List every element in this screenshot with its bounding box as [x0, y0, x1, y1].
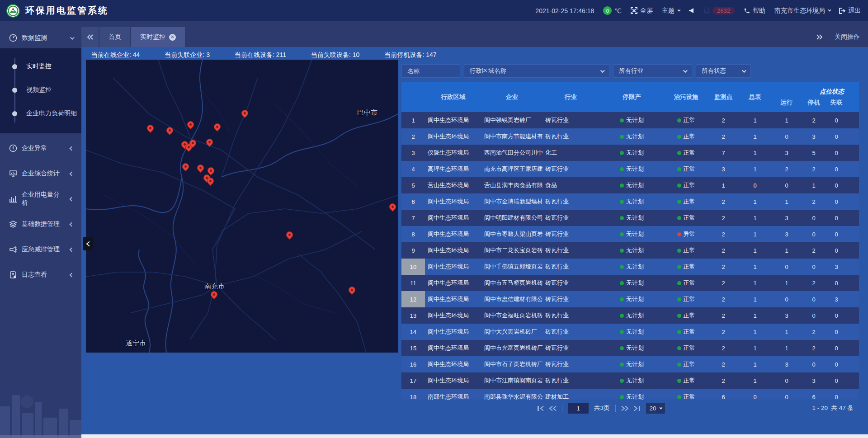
tab-2[interactable]: 实时监控 ✕ [131, 27, 185, 47]
sidebar-group-2[interactable]: 企业异常 [0, 138, 81, 159]
cell-industry: 砖瓦行业 [542, 275, 599, 291]
tabs-scroll-left-button[interactable] [81, 27, 99, 47]
table-row[interactable]: 16 阆中生态环境局 阆中市石子页岩机砖厂 砖瓦行业 无计划 正常 2 1 3 … [401, 356, 859, 372]
cell-halt: 无计划 [599, 112, 665, 128]
org-dropdown[interactable]: 南充市生态环境局 [774, 7, 830, 15]
sidebar-group-5[interactable]: 基础数据管理 [0, 214, 81, 235]
table-row[interactable]: 17 阆中生态环境局 阆中市江南镇阆南页岩 砖瓦行业 无计划 正常 2 1 0 … [401, 372, 859, 389]
col-header-stop: 停机 [802, 99, 825, 107]
sidebar: 数据监测 实时监控视频监控企业电力负荷明细 企业异常 企业综合统计 企业用电量分… [0, 21, 81, 438]
cell-company: 阆中市金博瑞新型墙材 [481, 193, 542, 210]
cell-region: 阆中生态环境局 [425, 259, 481, 275]
tab-close-icon[interactable]: ✕ [169, 34, 176, 41]
table-row[interactable]: 18 南部生态环境局 南部县珠华水泥有限公 建材加工 无计划 正常 6 0 0 … [401, 389, 859, 400]
table-row[interactable]: 10 阆中生态环境局 阆中千佛镇五郎垭页岩 砖瓦行业 无计划 正常 2 1 0 … [401, 259, 859, 275]
cell-stop: 2 [802, 275, 825, 291]
table-body: 1 阆中生态环境局 阆中强锐页岩砖厂 砖瓦行业 无计划 正常 2 1 1 2 0… [401, 112, 859, 400]
cell-industry: 砖瓦行业 [542, 324, 599, 340]
sidebar-group-3[interactable]: 企业综合统计 [0, 163, 81, 184]
sidebar-item-2[interactable]: 视频监控 [0, 78, 81, 102]
chevron-icon [70, 222, 74, 226]
table-row[interactable]: 2 阆中生态环境局 阆中市南方节能建材有 砖瓦行业 无计划 正常 2 1 0 3… [401, 128, 859, 145]
col-header-lost: 失联 [825, 99, 848, 107]
table-row[interactable]: 11 阆中生态环境局 阆中市五马桥页岩机砖 砖瓦行业 无计划 正常 2 1 1 … [401, 275, 859, 291]
table-row[interactable]: 9 阆中生态环境局 阆中市二龙长宝页岩砖 砖瓦行业 无计划 正常 2 1 1 2… [401, 242, 859, 259]
page-number-input[interactable]: 1 [568, 403, 589, 414]
cell-region: 营山生态环境局 [425, 177, 481, 193]
prev-page-button[interactable] [549, 406, 557, 411]
table-row[interactable]: 14 阆中生态环境局 阆中大兴页岩机砖厂 砖瓦行业 无计划 正常 2 1 1 2… [401, 324, 859, 340]
cell-lost: 0 [825, 210, 848, 226]
board-chart-icon [9, 170, 17, 178]
double-chevron-right-icon[interactable] [816, 34, 823, 40]
table-row[interactable]: 12 阆中生态环境局 阆中市忠信建材有限公 砖瓦行业 无计划 正常 2 1 0 … [401, 291, 859, 307]
horizontal-scrollbar[interactable] [81, 434, 868, 438]
cell-lost: 0 [825, 275, 848, 291]
cell-lost: 0 [825, 372, 848, 389]
cell-stop: 0 [802, 226, 825, 242]
help-button[interactable]: 帮助 [744, 7, 765, 15]
table-row[interactable]: 7 阆中生态环境局 阆中明阳建材有限公司 砖瓦行业 无计划 正常 2 1 3 0… [401, 210, 859, 226]
map-panel[interactable]: 巴中市南充市遂宁市 [86, 60, 398, 353]
cell-region: 高坪生态环境局 [425, 161, 481, 177]
cell-total: 1 [739, 291, 771, 307]
tab-1[interactable]: 首页 [99, 27, 130, 47]
total-pages-label: 共3页 [594, 404, 610, 412]
next-page-button[interactable] [621, 406, 628, 411]
theme-dropdown[interactable]: 主题 [662, 7, 679, 15]
name-filter-input[interactable] [407, 68, 454, 75]
notifications[interactable]: 2632 [703, 7, 735, 14]
sidebar-collapse-button[interactable] [83, 237, 93, 250]
row-number: 10 [401, 259, 425, 275]
cell-lost: 0 [825, 340, 848, 356]
table-row[interactable]: 1 阆中生态环境局 阆中强锐页岩砖厂 砖瓦行业 无计划 正常 2 1 1 2 0 [401, 112, 859, 128]
last-page-button[interactable] [634, 406, 641, 411]
sidebar-group-7[interactable]: 日志查看 [0, 264, 81, 285]
table-row[interactable]: 8 阆中生态环境局 阆中市枣碧大梁山页岩 砖瓦行业 无计划 异常 2 1 3 0… [401, 226, 859, 242]
halt-status-dot [620, 395, 624, 399]
halt-status-dot [620, 216, 624, 220]
cell-industry: 砖瓦行业 [542, 226, 599, 242]
table-row[interactable]: 6 阆中生态环境局 阆中市金博瑞新型墙材 砖瓦行业 无计划 正常 2 1 1 2… [401, 193, 859, 210]
cell-region: 阆中生态环境局 [425, 210, 481, 226]
halt-status-dot [620, 346, 624, 350]
sidebar-item-1[interactable]: 实时监控 [0, 55, 81, 78]
logout-button[interactable]: 退出 [839, 7, 861, 15]
cell-stop: 2 [802, 242, 825, 259]
table-row[interactable]: 3 仪陇生态环境局 西南油气田分公司川中 化工 无计划 正常 7 1 3 5 0 [401, 145, 859, 161]
sidebar-item-3[interactable]: 企业电力负荷明细 [0, 102, 81, 125]
chevron-down-icon [683, 68, 688, 73]
sidebar-submenu: 实时监控视频监控企业电力负荷明细 [0, 48, 81, 133]
sidebar-group-label: 日志查看 [22, 271, 47, 279]
table-row[interactable]: 4 高坪生态环境局 南充市高坪区王家店建 砖瓦行业 无计划 正常 3 1 2 2… [401, 161, 859, 177]
row-number: 2 [401, 128, 425, 145]
sidebar-group-4[interactable]: 企业用电量分析 [0, 188, 81, 209]
cell-total: 1 [739, 210, 771, 226]
status-filter-select[interactable]: 所有状态 [696, 64, 751, 78]
facility-status-dot [677, 118, 681, 122]
cell-facility: 正常 [665, 340, 708, 356]
table-row[interactable]: 5 营山生态环境局 营山县润丰肉食品有限 食品 无计划 正常 1 0 0 1 0 [401, 177, 859, 193]
app-header: 环保用电监管系统 2021-02-25 17:46:18 0 ℃ 全屏 主题 2 [0, 0, 868, 21]
table-row[interactable]: 13 阆中生态环境局 阆中市金福旺页岩机砖 砖瓦行业 无计划 正常 2 1 3 … [401, 307, 859, 324]
cell-run: 1 [771, 340, 802, 356]
industry-filter-select[interactable]: 所有行业 [613, 64, 692, 78]
region-filter-select[interactable]: 行政区域名称 [464, 64, 609, 78]
table-row[interactable]: 15 阆中生态环境局 阆中市光富页岩机砖厂 砖瓦行业 无计划 正常 2 1 1 … [401, 340, 859, 356]
sound-toggle[interactable] [689, 8, 694, 14]
sidebar-group-6[interactable]: 应急减排管理 [0, 239, 81, 260]
cell-monitor: 2 [708, 112, 739, 128]
facility-status-dot [677, 249, 681, 253]
page-size-select[interactable]: 20 [646, 403, 665, 414]
log-file-icon [9, 271, 17, 279]
sidebar-group-1[interactable]: 数据监测 [0, 28, 81, 48]
first-page-button[interactable] [537, 406, 544, 411]
cell-stop: 0 [802, 356, 825, 372]
fullscreen-button[interactable]: 全屏 [631, 7, 653, 15]
cell-lost: 0 [825, 307, 848, 324]
halt-status-dot [620, 184, 624, 188]
cell-industry: 砖瓦行业 [542, 193, 599, 210]
stat-item: 当前在线企业: 44 [91, 51, 140, 59]
name-filter-field[interactable] [401, 64, 460, 78]
close-operations-button[interactable]: 关闭操作 [835, 33, 860, 41]
